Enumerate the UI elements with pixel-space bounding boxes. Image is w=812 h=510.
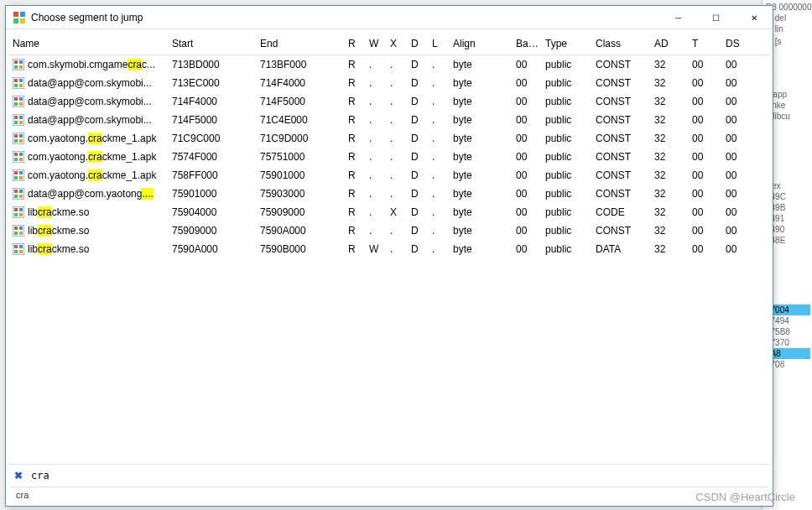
segment-row[interactable]: com.yaotong.crackme_1.apk7574F0007575100…	[9, 148, 769, 166]
svg-rect-27	[14, 139, 18, 143]
segment-icon	[13, 206, 24, 218]
header-l[interactable]: L	[429, 36, 450, 51]
svg-rect-41	[19, 190, 23, 193]
svg-rect-46	[19, 208, 23, 211]
status-bar: cra	[9, 487, 769, 502]
svg-rect-16	[19, 97, 23, 101]
column-headers: Name Start End R W X D L Align Base Type…	[9, 33, 769, 55]
header-end[interactable]: End	[257, 36, 345, 51]
svg-rect-58	[19, 250, 23, 253]
segment-icon	[13, 77, 24, 89]
segment-name: com.yaotong.crackme_1.apk	[28, 169, 156, 181]
segment-name: com.skymobi.cmgamecrac...	[28, 59, 155, 70]
segment-row[interactable]: libcrackme.so759090007590A000R..D.byte00…	[9, 221, 769, 240]
segment-icon	[13, 188, 24, 200]
segment-icon	[13, 114, 24, 126]
segment-chooser-dialog: Choose segment to jump ─ ☐ ✕ Name Start …	[5, 5, 773, 507]
clear-filter-icon[interactable]: ✖	[13, 470, 24, 481]
header-name[interactable]: Name	[9, 36, 169, 51]
header-ad[interactable]: AD	[651, 36, 689, 51]
svg-rect-12	[14, 84, 18, 87]
segment-name: libcrackme.so	[28, 206, 89, 218]
segment-row[interactable]: com.skymobi.cmgamecrac...713BD000713BF00…	[9, 55, 769, 74]
header-type[interactable]: Type	[542, 36, 592, 51]
close-button[interactable]: ✕	[735, 6, 773, 29]
svg-rect-15	[14, 97, 18, 101]
segment-row[interactable]: data@app@com.skymobi...713EC000714F4000R…	[9, 74, 769, 92]
svg-rect-28	[19, 139, 23, 143]
titlebar[interactable]: Choose segment to jump ─ ☐ ✕	[6, 6, 773, 29]
svg-rect-6	[19, 60, 23, 64]
svg-rect-37	[14, 176, 18, 180]
header-start[interactable]: Start	[169, 36, 257, 51]
segment-name: data@app@com.skymobi...	[28, 77, 152, 89]
svg-rect-33	[19, 158, 23, 161]
maximize-button[interactable]: ☐	[697, 6, 735, 29]
minimize-button[interactable]: ─	[659, 6, 697, 29]
segment-row[interactable]: libcrackme.so7590400075909000R.XD.byte00…	[9, 203, 769, 221]
svg-rect-25	[14, 134, 18, 138]
svg-rect-55	[14, 245, 18, 248]
svg-rect-0	[13, 12, 18, 17]
header-class[interactable]: Class	[592, 36, 651, 51]
segment-row[interactable]: com.yaotong.crackme_1.apk71C9C00071C9D00…	[9, 129, 769, 148]
svg-rect-17	[14, 102, 18, 106]
header-base[interactable]: Base	[513, 36, 542, 51]
segment-icon	[13, 169, 24, 181]
svg-rect-22	[14, 121, 18, 124]
svg-rect-48	[19, 213, 23, 216]
segment-icon	[13, 96, 24, 107]
svg-rect-36	[19, 171, 23, 174]
svg-rect-3	[20, 18, 25, 23]
segment-name: data@app@com.yaotong....	[28, 188, 154, 200]
svg-rect-57	[14, 250, 18, 253]
svg-rect-47	[14, 213, 18, 216]
app-icon	[13, 11, 26, 24]
svg-rect-53	[19, 232, 23, 235]
header-d[interactable]: D	[408, 36, 429, 51]
svg-rect-30	[14, 153, 18, 156]
segment-name: com.yaotong.crackme_1.apk	[28, 133, 156, 144]
svg-rect-38	[19, 176, 23, 180]
svg-rect-43	[19, 195, 23, 198]
svg-rect-8	[19, 65, 23, 69]
segment-row[interactable]: data@app@com.yaotong....7590100075903000…	[9, 185, 769, 203]
segment-name: libcrackme.so	[28, 243, 89, 255]
header-align[interactable]: Align	[450, 36, 513, 51]
svg-rect-31	[19, 153, 23, 156]
header-x[interactable]: X	[387, 36, 408, 51]
svg-rect-5	[14, 60, 18, 64]
header-w[interactable]: W	[366, 36, 387, 51]
segment-name: data@app@com.skymobi...	[28, 114, 152, 126]
svg-rect-26	[19, 134, 23, 138]
segment-row[interactable]: data@app@com.skymobi...714F500071C4E000R…	[9, 111, 769, 129]
watermark: CSDN @HeartCircle	[695, 491, 795, 503]
content-area: Name Start End R W X D L Align Base Type…	[6, 29, 773, 506]
filter-bar: ✖	[9, 464, 769, 487]
segment-row[interactable]: com.yaotong.crackme_1.apk758FF0007590100…	[9, 166, 769, 185]
header-ds[interactable]: DS	[722, 36, 756, 51]
svg-rect-13	[19, 84, 23, 87]
svg-rect-2	[13, 18, 18, 23]
svg-rect-20	[14, 116, 18, 119]
segment-list[interactable]: com.skymobi.cmgamecrac...713BD000713BF00…	[9, 55, 769, 464]
segment-row[interactable]: libcrackme.so7590A0007590B000RW.D.byte00…	[9, 240, 769, 258]
svg-rect-23	[19, 121, 23, 124]
svg-rect-42	[14, 195, 18, 198]
segment-icon	[13, 151, 24, 163]
svg-rect-45	[14, 208, 18, 211]
header-t[interactable]: T	[689, 36, 722, 51]
segment-name: data@app@com.skymobi...	[28, 96, 152, 107]
filter-input[interactable]	[29, 468, 766, 483]
svg-rect-52	[14, 232, 18, 235]
segment-row[interactable]: data@app@com.skymobi...714F4000714F5000R…	[9, 92, 769, 111]
segment-name: com.yaotong.crackme_1.apk	[28, 151, 156, 163]
svg-rect-50	[14, 226, 18, 230]
svg-rect-10	[14, 79, 18, 82]
header-r[interactable]: R	[345, 36, 366, 51]
svg-rect-7	[14, 65, 18, 69]
svg-rect-21	[19, 116, 23, 119]
window-controls: ─ ☐ ✕	[659, 6, 773, 29]
svg-rect-40	[14, 190, 18, 193]
segment-name: libcrackme.so	[28, 225, 89, 237]
